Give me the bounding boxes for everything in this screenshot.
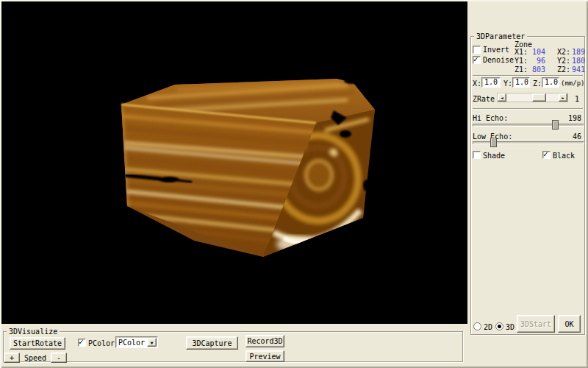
zone-x2-value: 189 [569,48,585,56]
parameter-group-title: 3DParameter [474,32,527,40]
zone-z1-value: 803 [529,66,545,74]
record-3d-button[interactable]: Record3D [245,335,284,347]
black-label: Black [553,152,575,160]
low-echo-value: 46 [559,132,581,141]
separator [473,75,583,77]
start-3d-button[interactable]: 3DStart [517,315,555,333]
shade-checkbox[interactable] [473,151,481,159]
low-echo-slider-track[interactable] [473,141,584,144]
invert-label: Invert [483,46,509,54]
start-rotate-button[interactable]: StartRotate [10,337,65,350]
black-checkbox[interactable] [542,151,551,159]
pcolor-label: PColor [88,339,115,347]
zrate-scroll-left-icon[interactable]: ◄ [498,93,506,102]
zrate-label: ZRate [473,95,495,103]
invert-checkbox[interactable] [473,46,481,54]
zone-x1-label: X1: [514,48,528,56]
low-echo-slider-thumb[interactable] [490,138,497,147]
zone-z2-value: 941 [569,66,585,74]
render-viewport[interactable] [1,1,467,324]
scale-x-label: X: [473,79,481,88]
scale-z-input[interactable]: 1.0 [542,77,559,88]
zone-y1-label: Y1: [514,57,528,65]
scale-y-label: Y: [503,79,512,88]
mode-2d-radio[interactable] [473,322,481,330]
zrate-value: 1 [575,95,579,103]
zrate-scroll-right-icon[interactable]: ► [559,93,567,102]
visualize-group-title: 3DVisualize [7,328,60,336]
hi-echo-value: 198 [559,114,581,122]
capture-3d-button[interactable]: 3DCapture [186,336,238,350]
zone-y1-value: 96 [529,57,545,65]
scale-z-label: Z: [533,79,542,88]
ok-button[interactable]: OK [558,315,581,333]
app-window: 3DParameter Invert Denoise Zone X1: 104 … [0,0,588,368]
preview-button[interactable]: Preview [245,350,284,362]
parameter-group: 3DParameter Invert Denoise Zone X1: 104 … [470,36,585,335]
pcolor-select-value: PColor [118,339,145,347]
zrate-scroll-thumb[interactable] [532,93,546,102]
zone-x1-value: 104 [529,48,545,56]
hi-echo-slider-thumb[interactable] [552,120,559,130]
denoise-label: Denoise [483,56,514,64]
mode-3d-label: 3D [506,323,514,331]
zone-z1-label: Z1: [514,66,528,74]
speed-minus-button[interactable]: - [51,353,67,363]
denoise-checkbox[interactable] [473,56,481,64]
chevron-down-icon[interactable]: ▼ [147,338,157,347]
speed-plus-button[interactable]: + [4,353,20,363]
hi-echo-label: Hi Echo: [473,114,508,122]
mode-2d-label: 2D [484,323,492,331]
ultrasound-volume-render [1,1,467,324]
pcolor-checkbox[interactable] [78,339,86,347]
scale-y-input[interactable]: 1.0 [512,77,530,88]
scale-unit-label: (mm/p) [561,79,585,88]
separator [473,108,583,110]
shade-label: Shade [483,152,505,160]
visualize-group: 3DVisualize StartRotate + Speed - PColor… [3,331,463,362]
speed-label: Speed [24,354,46,362]
pcolor-select[interactable]: PColor ▼ [115,336,158,348]
scale-x-input[interactable]: 1.0 [481,77,501,88]
hi-echo-slider-track[interactable] [473,124,584,127]
mode-3d-radio[interactable] [495,322,503,330]
zone-y2-value: 180 [569,57,585,65]
zrate-scrollbar[interactable]: ◄ ► [497,93,568,102]
